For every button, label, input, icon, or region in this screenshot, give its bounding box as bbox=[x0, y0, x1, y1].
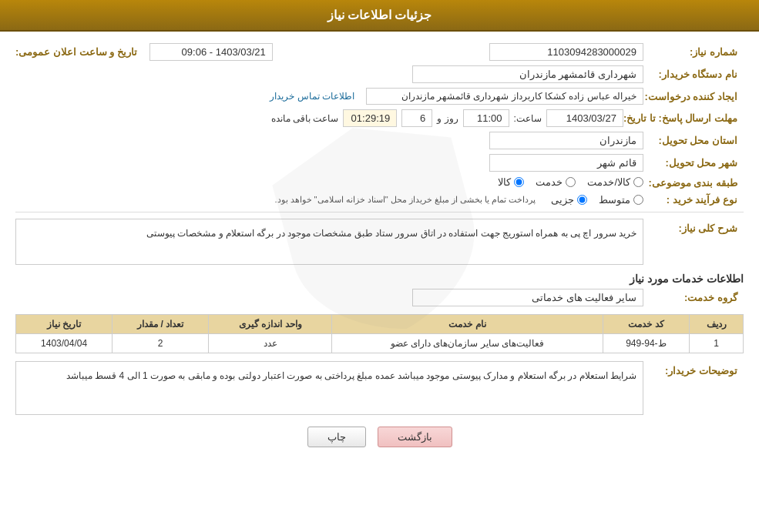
cell-service-code: ط-94-949 bbox=[603, 334, 690, 353]
process-option-mutavasset[interactable]: متوسط bbox=[599, 194, 643, 206]
col-header-code: کد خدمت bbox=[603, 315, 690, 334]
services-table: ردیف کد خدمت نام خدمت واحد اندازه گیری ت… bbox=[15, 314, 744, 353]
cell-quantity: 2 bbox=[113, 334, 209, 353]
city-label: شهر محل تحویل: bbox=[643, 157, 744, 169]
service-group-value: سایر فعالیت های خدماتی bbox=[412, 289, 643, 306]
category-option-kala[interactable]: کالا bbox=[498, 176, 524, 188]
process-radio-mutavasset[interactable] bbox=[633, 195, 643, 205]
process-radio-juzee[interactable] bbox=[577, 195, 587, 205]
category-radio-khedmat[interactable] bbox=[566, 177, 576, 187]
category-radio-group: کالا/خدمت خدمت کالا bbox=[498, 176, 643, 188]
description-label: شرح کلی نیاز: bbox=[643, 219, 744, 234]
deadline-day-value: 6 bbox=[401, 109, 432, 127]
process-label-juzee: جزیی bbox=[551, 194, 574, 206]
deadline-time-label: ساعت: bbox=[514, 113, 542, 124]
announce-datetime-value: 1403/03/21 - 09:06 bbox=[149, 43, 273, 61]
category-option-khedmat[interactable]: خدمت bbox=[536, 176, 576, 188]
services-section-title: اطلاعات خدمات مورد نیاز bbox=[15, 273, 744, 285]
process-note: پرداخت تمام یا بخشی از مبلغ خریداز محل "… bbox=[274, 195, 536, 205]
cell-unit: عدد bbox=[209, 334, 332, 353]
deadline-label: مهلت ارسال پاسخ: تا تاریخ: bbox=[623, 112, 744, 124]
table-row: 1 ط-94-949 فعالیت‌های سایر سازمان‌های دا… bbox=[16, 334, 744, 353]
buyer-desc-value: شرایط استعلام در برگه استعلام و مدارک پی… bbox=[15, 361, 643, 415]
deadline-remaining-label: ساعت باقی مانده bbox=[271, 113, 339, 124]
buttons-row: بازگشت چاپ bbox=[15, 427, 744, 447]
page-header: جزئیات اطلاعات نیاز bbox=[0, 0, 759, 32]
province-label: استان محل تحویل: bbox=[643, 135, 744, 146]
page-title: جزئیات اطلاعات نیاز bbox=[327, 8, 432, 22]
description-value: خرید سرور اچ پی به همراه استوریج جهت است… bbox=[15, 219, 643, 265]
col-header-row: ردیف bbox=[690, 315, 744, 334]
col-header-date: تاریخ نیاز bbox=[16, 315, 113, 334]
process-radio-group: متوسط جزیی bbox=[551, 194, 643, 206]
category-label-khedmat: خدمت bbox=[536, 176, 563, 188]
cell-row-num: 1 bbox=[690, 334, 744, 353]
deadline-remaining-value: 01:29:19 bbox=[343, 109, 397, 127]
category-option-kala-khedmat[interactable]: کالا/خدمت bbox=[587, 176, 643, 188]
print-button[interactable]: چاپ bbox=[307, 427, 366, 447]
creator-value: خیراله عباس زاده کشکا کاربرداز شهرداری ق… bbox=[366, 88, 643, 105]
org-name-label: نام دستگاه خریدار: bbox=[643, 69, 744, 80]
deadline-day-label: روز و bbox=[437, 113, 458, 124]
cell-date: 1403/04/04 bbox=[16, 334, 113, 353]
province-value: مازندران bbox=[489, 132, 643, 149]
cell-service-name: فعالیت‌های سایر سازمان‌های دارای عضو bbox=[332, 334, 603, 353]
back-button[interactable]: بازگشت bbox=[378, 427, 452, 447]
org-name-value: شهرداری قائمشهر مازندران bbox=[412, 65, 643, 83]
category-label-kala: کالا bbox=[498, 176, 511, 188]
announce-datetime-label: تاریخ و ساعت اعلان عمومی: bbox=[15, 46, 143, 58]
deadline-time-value: 11:00 bbox=[463, 109, 509, 127]
request-number-value: 1103094283000029 bbox=[489, 43, 643, 61]
creator-label: ایجاد کننده درخواست: bbox=[643, 91, 744, 102]
category-label-kala-khedmat: کالا/خدمت bbox=[587, 176, 630, 188]
category-label: طبقه بندی موضوعی: bbox=[643, 177, 744, 189]
contact-link[interactable]: اطلاعات تماس خریدار bbox=[270, 91, 354, 102]
process-label-mutavasset: متوسط bbox=[599, 194, 630, 206]
divider-1 bbox=[15, 212, 744, 212]
col-header-name: نام خدمت bbox=[332, 315, 603, 334]
buyer-desc-label: توضیحات خریدار: bbox=[643, 361, 744, 376]
col-header-qty: تعداد / مقدار bbox=[113, 315, 209, 334]
category-radio-kala[interactable] bbox=[514, 177, 524, 187]
col-header-unit: واحد اندازه گیری bbox=[209, 315, 332, 334]
deadline-date-value: 1403/03/27 bbox=[546, 109, 623, 127]
process-option-juzee[interactable]: جزیی bbox=[551, 194, 587, 206]
request-number-label: شماره نیاز: bbox=[643, 46, 744, 58]
process-label: نوع فرآیند خرید : bbox=[643, 194, 744, 206]
city-value: قائم شهر bbox=[489, 154, 643, 172]
category-radio-kala-khedmat[interactable] bbox=[633, 177, 643, 187]
service-group-label: گروه خدمت: bbox=[643, 292, 744, 303]
